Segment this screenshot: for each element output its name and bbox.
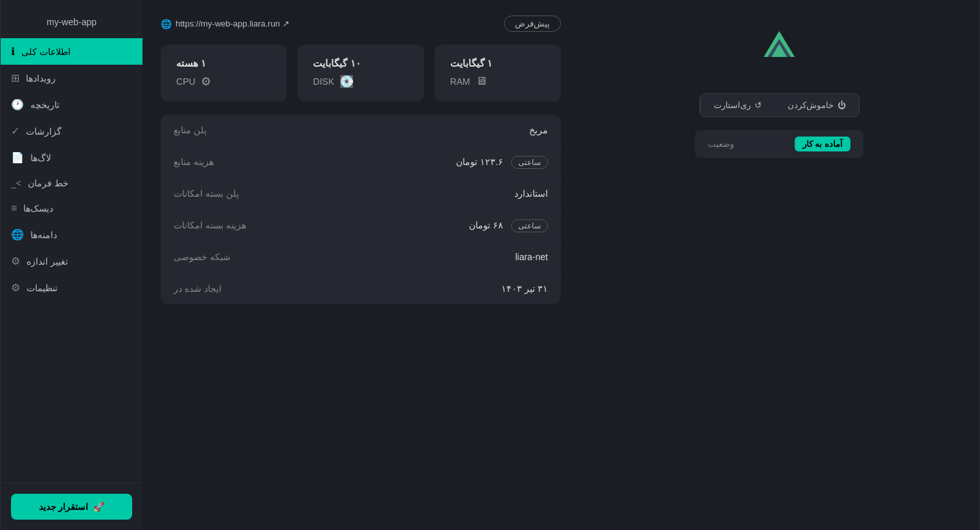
app-url-link[interactable]: https://my-web-app.liara.run ↗	[176, 19, 290, 28]
network-label: شبکه خصوصی	[174, 252, 231, 262]
sidebar-item-logs[interactable]: لاگ‌ها 📄	[1, 144, 142, 171]
status-row: آماده به کار وضعیت	[695, 130, 863, 158]
disk-card: ۱۰ گیگابایت 💽 DISK	[297, 45, 424, 102]
ram-icon: 🖥	[475, 74, 487, 88]
sidebar-item-domains[interactable]: دامنه‌ها 🌐	[1, 221, 142, 248]
sidebar-item-history[interactable]: تاریخچه 🕐	[1, 91, 142, 118]
status-label: وضعیت	[708, 139, 734, 149]
action-buttons: ⏻ خاموش‌کردن ↺ ری‌استارت	[700, 93, 860, 117]
cpu-icon: ⚙	[201, 74, 211, 89]
app-name: my-web-app	[1, 6, 142, 34]
default-button[interactable]: پیش‌فرض	[504, 16, 561, 32]
power-icon: ⏻	[838, 100, 846, 110]
plan-value: مریخ	[529, 125, 548, 135]
info-row-cost: ساعتی ۱۲۳.۶ تومان هزینه منابع	[161, 146, 561, 178]
features-cost-label: هزینه بسته امکانات	[174, 220, 246, 230]
cost-value: ساعتی ۱۲۳.۶ تومان	[456, 157, 548, 167]
check-icon: ✓	[11, 125, 19, 137]
features-plan-label: پلن بسته امکانات	[174, 188, 239, 199]
disk-value: ۱۰ گیگابایت	[313, 58, 360, 69]
cpu-name-row: ⚙ CPU	[176, 74, 211, 89]
sidebar-item-disks[interactable]: دیسک‌ها ≡	[1, 195, 142, 221]
vue-logo	[753, 26, 805, 78]
sidebar-bottom: 🚀 استقرار جدید	[1, 483, 142, 530]
rocket-icon: 🚀	[93, 502, 104, 512]
shutdown-button[interactable]: ⏻ خاموش‌کردن	[775, 94, 859, 116]
disk-label: DISK	[313, 76, 334, 87]
hourly-badge-1: ساعتی	[511, 156, 548, 169]
features-plan-value: استاندارد	[514, 188, 548, 199]
sidebar-item-cli[interactable]: خط فرمان >_	[1, 171, 142, 195]
settings-icon: ⚙	[11, 282, 20, 294]
info-row-created: ۳۱ تیر ۱۴۰۳ ایجاد شده در	[161, 273, 561, 304]
ram-label: RAM	[450, 76, 470, 87]
deploy-button[interactable]: 🚀 استقرار جدید	[11, 494, 132, 520]
resource-cards: ۱ گیگابایت 🖥 RAM ۱۰ گیگابایت 💽 DISK ۱ هس…	[161, 45, 561, 102]
globe-icon: 🌐	[161, 19, 172, 29]
url-badge: 🌐 https://my-web-app.liara.run ↗	[161, 19, 290, 29]
file-icon: 📄	[11, 151, 24, 164]
created-value: ۳۱ تیر ۱۴۰۳	[501, 283, 548, 294]
sidebar-item-events[interactable]: رویدادها ⊞	[1, 65, 142, 91]
terminal-icon: >_	[11, 178, 21, 188]
cost-label: هزینه منابع	[174, 157, 214, 167]
globe-icon: 🌐	[11, 228, 24, 241]
info-row-features-cost: ساعتی ۶۸ تومان هزینه بسته امکانات	[161, 210, 561, 241]
ram-value: ۱ گیگابایت	[450, 58, 492, 69]
disk-icon: 💽	[339, 74, 354, 89]
main-content: 🌐 https://my-web-app.liara.run ↗ پیش‌فرض…	[142, 0, 579, 530]
hourly-badge-2: ساعتی	[511, 219, 548, 232]
ram-card: ۱ گیگابایت 🖥 RAM	[435, 45, 561, 102]
info-icon: ℹ	[11, 45, 15, 58]
restart-button[interactable]: ↺ ری‌استارت	[700, 94, 775, 116]
disks-icon: ≡	[11, 203, 17, 214]
cpu-card: ۱ هسته ⚙ CPU	[161, 45, 287, 102]
created-label: ایجاد شده در	[174, 283, 222, 294]
sidebar: my-web-app اطلاعات کلی ℹ رویدادها ⊞ تاری…	[0, 0, 142, 530]
info-row-features-plan: استاندارد پلن بسته امکانات	[161, 178, 561, 210]
cpu-value: ۱ هسته	[176, 58, 206, 69]
top-bar: 🌐 https://my-web-app.liara.run ↗ پیش‌فرض	[161, 16, 561, 32]
cpu-label: CPU	[176, 76, 196, 87]
disk-name-row: 💽 DISK	[313, 74, 354, 89]
status-badge: آماده به کار	[795, 137, 850, 151]
sidebar-item-settings[interactable]: تنظیمات ⚙	[1, 274, 142, 301]
features-cost-value: ساعتی ۶۸ تومان	[469, 220, 548, 230]
grid-icon: ⊞	[11, 72, 19, 84]
app-area: ⏻ خاموش‌کردن ↺ ری‌استارت آماده به کار وض…	[579, 0, 980, 530]
sidebar-item-resize[interactable]: تغییر اندازه ⚙	[1, 248, 142, 274]
resize-icon: ⚙	[11, 255, 20, 267]
clock-icon: 🕐	[11, 98, 24, 111]
info-row-plan: مریخ پلن منابع	[161, 115, 561, 146]
sidebar-item-reports[interactable]: گزارشات ✓	[1, 118, 142, 144]
plan-label: پلن منابع	[174, 125, 207, 135]
info-row-network: liara-net شبکه خصوصی	[161, 241, 561, 273]
sidebar-item-general[interactable]: اطلاعات کلی ℹ	[1, 38, 142, 65]
network-value: liara-net	[515, 252, 548, 262]
ram-name-row: 🖥 RAM	[450, 74, 487, 88]
info-table: مریخ پلن منابع ساعتی ۱۲۳.۶ تومان هزینه م…	[161, 115, 561, 304]
restart-icon: ↺	[755, 100, 762, 110]
